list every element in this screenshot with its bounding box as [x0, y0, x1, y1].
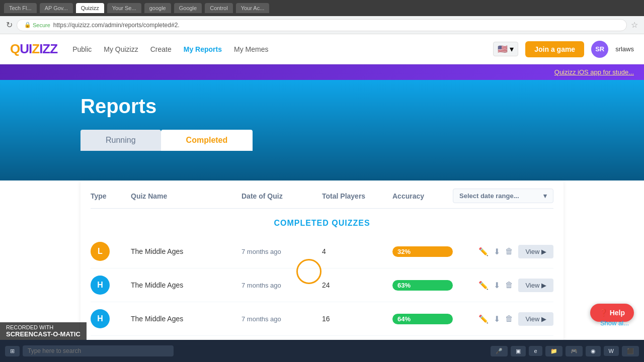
quiz-type-icon: H: [91, 276, 110, 295]
view-button[interactable]: View ▶: [518, 312, 553, 326]
browser-tabs: Tech Fl... AP Gov... Quizizz Your Se... …: [0, 0, 644, 16]
avatar: SR: [591, 41, 608, 58]
tab-completed[interactable]: Completed: [161, 130, 253, 151]
quiz-type-icon: H: [91, 309, 110, 328]
browser-tab[interactable]: Tech Fl...: [4, 3, 37, 13]
view-button[interactable]: View ▶: [518, 279, 553, 292]
quiz-date: 7 months ago: [242, 315, 322, 323]
language-selector[interactable]: 🇺🇸 ▾: [493, 42, 518, 56]
taskbar-icon-explorer[interactable]: 📁: [545, 346, 562, 356]
delete-icon[interactable]: 🗑: [505, 247, 513, 256]
navbar: QUIZIZZ Public My Quizizz Create My Repo…: [0, 34, 644, 64]
table-row: H The Middle Ages 7 months ago 24 63% ✏️…: [91, 268, 553, 302]
reload-icon[interactable]: ↻: [6, 20, 13, 30]
taskbar-icon-mic[interactable]: 🎤: [491, 346, 508, 356]
show-all-button[interactable]: Show al...: [600, 319, 629, 327]
screencast-brand: SCREENCAST-O-MATIC: [6, 330, 80, 338]
star-icon[interactable]: ☆: [631, 20, 638, 30]
col-type: Type: [91, 192, 131, 200]
quiz-players: 4: [322, 247, 392, 255]
taskbar-icon-word[interactable]: W: [604, 346, 619, 356]
download-icon[interactable]: ⬇: [494, 247, 500, 256]
row-actions: ✏️ ⬇ 🗑 View ▶: [453, 279, 553, 292]
nav-links: Public My Quizizz Create My Reports My M…: [72, 45, 268, 53]
browser-tab[interactable]: Your Se...: [107, 3, 141, 13]
screencast-bar: RECORDED WITH SCREENCAST-O-MATIC: [0, 322, 87, 340]
browser-tab[interactable]: Google: [174, 3, 202, 13]
edit-icon[interactable]: ✏️: [478, 247, 489, 256]
accuracy-badge: 63%: [392, 280, 453, 291]
table-row: L The Middle Ages 7 months ago 4 32% ✏️ …: [91, 235, 553, 268]
nav-create[interactable]: Create: [150, 45, 172, 53]
browser-tab[interactable]: Control: [205, 3, 232, 13]
nav-my-reports[interactable]: My Reports: [184, 45, 222, 53]
col-players: Total Players: [322, 192, 392, 200]
join-game-button[interactable]: Join a game: [525, 41, 584, 57]
delete-icon[interactable]: 🗑: [505, 281, 513, 290]
date-range-filter[interactable]: Select date range... ▾: [453, 189, 553, 203]
quiz-date: 7 months ago: [242, 248, 322, 255]
completed-section-title: COMPLETED QUIZZES: [91, 209, 553, 235]
taskbar-icon-unknown[interactable]: ⬛: [622, 346, 639, 356]
accuracy-badge: 32%: [392, 246, 453, 257]
screencast-label: RECORDED WITH: [6, 324, 80, 330]
quiz-players: 16: [322, 315, 392, 323]
taskbar-icon-win[interactable]: ▣: [511, 346, 526, 356]
reports-table-area: Type Quiz Name Date of Quiz Total Player…: [80, 180, 564, 362]
browser-tab-active[interactable]: Quizizz: [76, 3, 104, 13]
row-actions: ✏️ ⬇ 🗑 View ▶: [453, 312, 553, 326]
delete-icon[interactable]: 🗑: [505, 314, 513, 323]
secure-badge: 🔒 Secure: [24, 22, 50, 28]
browser-tab[interactable]: Your Ac...: [236, 3, 270, 13]
taskbar-search[interactable]: [23, 345, 174, 356]
nav-my-memes[interactable]: My Memes: [234, 45, 268, 53]
taskbar-start[interactable]: ⊞: [5, 346, 20, 356]
edit-icon[interactable]: ✏️: [478, 281, 489, 290]
browser-address-bar: ↻ 🔒 Secure https://quizizz.com/admin/rep…: [0, 16, 644, 34]
row-actions: ✏️ ⬇ 🗑 View ▶: [453, 245, 553, 258]
quiz-date: 7 months ago: [242, 282, 322, 289]
table-header: Type Quiz Name Date of Quiz Total Player…: [91, 180, 553, 209]
view-button[interactable]: View ▶: [518, 245, 553, 258]
edit-icon[interactable]: ✏️: [478, 314, 489, 324]
col-accuracy: Accuracy: [392, 192, 453, 200]
taskbar-icon-chrome[interactable]: ◉: [586, 346, 601, 356]
content-area: Reports Running Completed: [0, 80, 644, 180]
browser-tab[interactable]: google: [144, 3, 171, 13]
quiz-players: 24: [322, 281, 392, 289]
quiz-name: The Middle Ages: [131, 281, 242, 289]
nav-public[interactable]: Public: [72, 45, 92, 53]
logo: QUIZIZZ: [10, 41, 57, 57]
table-row: H The Middle Ages 7 months ago 16 64% ✏️…: [91, 302, 553, 336]
quiz-name: The Middle Ages: [131, 247, 242, 255]
quiz-name: The Middle Ages: [131, 315, 242, 323]
browser-tab[interactable]: AP Gov...: [40, 3, 73, 13]
taskbar: ⊞ 🎤 ▣ e 📁 🎮 ◉ W ⬛: [0, 340, 644, 362]
username: srlaws: [615, 45, 634, 53]
ios-banner: Quizizz iOS app for stude...: [0, 64, 644, 80]
download-icon[interactable]: ⬇: [494, 314, 500, 324]
nav-my-quizizz[interactable]: My Quizizz: [104, 45, 138, 53]
url-text: https://quizizz.com/admin/reports/comple…: [53, 22, 180, 29]
taskbar-icon-ie[interactable]: e: [529, 346, 542, 356]
tab-running[interactable]: Running: [80, 130, 161, 151]
col-quiz-name: Quiz Name: [131, 192, 242, 200]
download-icon[interactable]: ⬇: [494, 281, 500, 290]
chevron-down-icon: ▾: [543, 192, 547, 200]
address-field[interactable]: 🔒 Secure https://quizizz.com/admin/repor…: [17, 19, 627, 31]
col-date: Date of Quiz: [242, 192, 322, 200]
nav-right: 🇺🇸 ▾ Join a game SR srlaws: [493, 41, 634, 58]
tab-bar: Running Completed: [80, 130, 564, 151]
quiz-type-icon: L: [91, 242, 110, 261]
taskbar-icon-steam[interactable]: 🎮: [566, 346, 583, 356]
accuracy-badge: 64%: [392, 314, 453, 324]
ios-banner-link[interactable]: Quizizz iOS app for stude...: [554, 68, 634, 76]
page-title: Reports: [80, 95, 564, 118]
